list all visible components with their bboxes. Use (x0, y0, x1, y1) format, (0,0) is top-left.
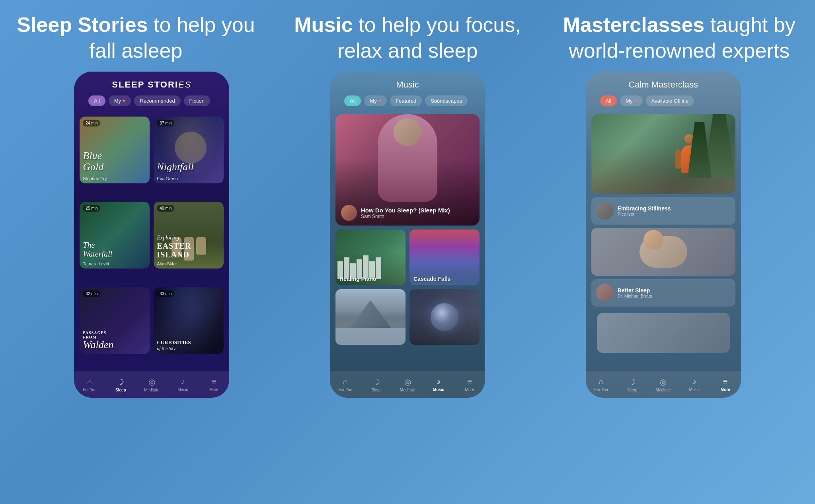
sleep-nav-meditate[interactable]: ◎ Meditate (136, 375, 167, 395)
orb-container (409, 289, 480, 345)
banner-sleep-text: Sleep Stories to help you fall asleep (16, 12, 256, 64)
phone-masterclass: Calm Masterclass All My ♥ Available Offl… (586, 72, 741, 398)
story-title-blue-gold: BlueGold (83, 150, 146, 173)
mc-avatar-breus (596, 284, 614, 302)
masterclass-filter-tabs: All My ♥ Available Offline (594, 95, 733, 110)
music-featured-artist: Sam Smith (361, 214, 450, 219)
masterclass-tab-my[interactable]: My ♥ (620, 95, 643, 106)
music-tab-my[interactable]: My ♥ (364, 95, 387, 106)
sleep-tab-recommended[interactable]: Recommended (134, 95, 180, 106)
story-card-curiosities[interactable]: 33 min CURIOSITIES of the Sky (154, 287, 224, 354)
music-card-mountain[interactable] (335, 289, 406, 345)
story-card-blue-gold[interactable]: 24 min BlueGold Stephen Fry (80, 117, 150, 183)
masterclass-header: Calm Masterclass All My ♥ Available Offl… (586, 72, 741, 114)
meditate-icon: ◎ (148, 377, 155, 387)
mountain-bg (335, 289, 406, 345)
cascade-label: Cascade Falls (409, 272, 454, 285)
sleep-title: SLEEP STORIes (82, 80, 221, 90)
mountain-reflection (335, 328, 406, 345)
music-bottom-nav: ⌂ For You ☽ Sleep ◎ Meditate ♪ Music ≡ (330, 371, 485, 398)
mc-title-stillness: Embracing Stillness (618, 205, 671, 212)
music-nav-sleep[interactable]: ☽ Sleep (361, 375, 392, 395)
phones-row: SLEEP STORIes All My ♥ Recommended Ficti… (0, 68, 815, 504)
music-card-cascade[interactable]: Cascade Falls (409, 230, 480, 285)
music-tab-all[interactable]: All (344, 95, 361, 106)
music-featured-title: How Do You Sleep? (Sleep Mix) (361, 207, 450, 214)
meditate-icon-2: ◎ (404, 377, 411, 387)
music-featured-content: How Do You Sleep? (Sleep Mix) Sam Smith (335, 200, 480, 226)
mc-item-bettersleep[interactable]: Better Sleep Dr. Michael Breus (591, 279, 735, 307)
story-card-walden[interactable]: 32 min PASSAGESFROM Walden (80, 287, 150, 354)
more-icon-3: ≡ (723, 377, 728, 386)
sleep-nav-foryou-label: For You (83, 387, 96, 392)
music-tab-featured[interactable]: Featured (390, 95, 422, 106)
sam-smith-figure (378, 114, 437, 202)
music-featured-card[interactable]: How Do You Sleep? (Sleep Mix) Sam Smith (335, 114, 480, 226)
music-nav-music[interactable]: ♪ Music (423, 375, 454, 394)
music-nav-more[interactable]: ≡ More (454, 375, 485, 394)
mc-nav-foryou-label: For You (594, 387, 608, 392)
music-nav-meditate[interactable]: ◎ Meditate (392, 375, 423, 395)
music-nav-foryou[interactable]: ⌂ For You (330, 375, 361, 394)
story-content-curiosities: CURIOSITIES of the Sky (154, 337, 224, 354)
phone-masterclass-wrapper: Calm Masterclass All My ♥ Available Offl… (535, 72, 791, 398)
mc-sleep-card[interactable] (591, 228, 735, 276)
mc-nav-foryou[interactable]: ⌂ For You (586, 375, 617, 394)
story-title-curiosities-sub: of the Sky (157, 346, 220, 352)
mc-author-pico: Pico Iyer (618, 212, 671, 216)
music-featured-avatar (341, 205, 357, 221)
music-card-orb[interactable] (409, 289, 480, 345)
story-content-easter: Exploring EasterIsland (154, 232, 224, 261)
sleep-tab-my[interactable]: My ♥ (109, 95, 131, 106)
sleep-filter-tabs: All My ♥ Recommended Fiction (82, 95, 221, 110)
music-nav-foryou-label: For You (339, 387, 352, 392)
mc-nav-sleep-label: Sleep (627, 388, 638, 392)
sleep-tab-fiction[interactable]: Fiction (184, 95, 210, 106)
banner-sleep-strong: Sleep Stories (17, 13, 148, 36)
music-icon: ♪ (181, 377, 185, 386)
masterclass-tab-all[interactable]: All (600, 95, 617, 106)
more-icon-2: ≡ (467, 377, 472, 386)
story-card-waterfall[interactable]: 25 min TheWaterfall Tamara Levitt (80, 202, 150, 269)
sleep-nav-music-label: Music (177, 387, 188, 392)
sleep-nav-sleep[interactable]: ☽ Sleep (105, 375, 136, 395)
mc-nav-music-label: Music (689, 387, 700, 392)
music-note-icon: ♪ (437, 377, 441, 386)
sleep-nav-foryou[interactable]: ⌂ For You (74, 375, 105, 394)
mc-item-stillness[interactable]: Embracing Stillness Pico Iyer (591, 197, 735, 225)
story-title-walden-main: Walden (83, 339, 146, 351)
phone-music-wrapper: Music All My ♥ Featured Soundscapes (280, 72, 536, 398)
banner-masterclass-strong: Masterclasses (563, 13, 705, 36)
mc-nav-sleep[interactable]: ☽ Sleep (617, 375, 648, 395)
mc-nav-music[interactable]: ♪ Music (679, 375, 710, 394)
sleep-nav-more[interactable]: ≡ More (198, 375, 229, 394)
masterclass-tab-offline[interactable]: Available Offline (646, 95, 694, 106)
masterclass-hero-image (591, 114, 735, 194)
story-card-easter[interactable]: 40 min Exploring EasterIsland Alan Sklar (154, 202, 224, 269)
mc-nav-meditate[interactable]: ◎ Meditate (648, 375, 679, 395)
backpack-arm (675, 149, 681, 169)
banner-sleep: Sleep Stories to help you fall asleep (0, 12, 272, 64)
sleep-tab-all[interactable]: All (88, 95, 105, 106)
banner-music-strong: Music (294, 13, 353, 36)
music-icon-3: ♪ (692, 377, 696, 386)
story-content-walden: PASSAGESFROM Walden (80, 328, 150, 354)
mc-nav-more[interactable]: ≡ More (710, 375, 741, 394)
music-filter-tabs: All My ♥ Featured Soundscapes (338, 95, 477, 110)
story-title-easter: EasterIsland (157, 241, 220, 259)
story-author-nightfall: Eva Green (154, 176, 224, 183)
story-content-waterfall: TheWaterfall (80, 238, 150, 261)
mc-author-breus: Dr. Michael Breus (618, 294, 652, 298)
story-time-nightfall: 37 min (157, 120, 174, 126)
sleep-nav-music[interactable]: ♪ Music (167, 375, 198, 394)
banner-masterclass-text: Masterclasses taught by world-renowned e… (559, 12, 799, 64)
music-title: Music (338, 80, 477, 90)
story-card-nightfall[interactable]: 37 min Nightfall Eva Green (154, 117, 224, 183)
music-card-healing[interactable]: Healing Piano (335, 230, 406, 285)
music-card-grid: Healing Piano Cascade Falls (330, 230, 485, 349)
healing-label: Healing Piano (335, 272, 380, 285)
banner-music-rest: to help you focus, relax and sleep (337, 13, 521, 62)
mc-text-bettersleep: Better Sleep Dr. Michael Breus (618, 287, 652, 298)
story-author-blue-gold: Stephen Fry (80, 176, 150, 183)
music-tab-soundscapes[interactable]: Soundscapes (425, 95, 468, 106)
